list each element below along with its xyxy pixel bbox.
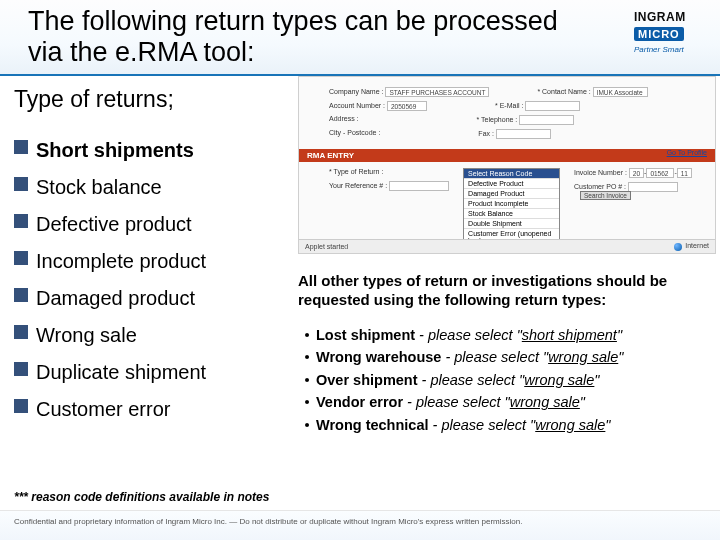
return-type-label: Duplicate shipment: [36, 358, 206, 386]
return-type-label: Incomplete product: [36, 247, 206, 275]
other-type-text: Vendor error - please select "wrong sale…: [316, 391, 585, 413]
return-types-list: Short shipmentsStock balanceDefective pr…: [14, 136, 284, 432]
other-type-text: Over shipment - please select "wrong sal…: [316, 369, 600, 391]
account-value: 2050569: [387, 101, 427, 111]
dropdown-selected: Select Reason Code: [464, 169, 559, 178]
other-types-list: •Lost shipment - please select "short sh…: [298, 324, 718, 436]
fax-label: Fax :: [478, 130, 494, 137]
bullet-dot-icon: •: [298, 346, 316, 368]
other-type-item: •Wrong warehouse - please select "wrong …: [298, 346, 718, 368]
bullet-dot-icon: •: [298, 324, 316, 346]
account-label: Account Number :: [329, 102, 385, 109]
brand-line2: MICRO: [634, 27, 684, 41]
tel-value: [519, 115, 574, 125]
invoice-seg1: 20: [629, 168, 644, 178]
company-value: STAFF PURCHASES ACCOUNT: [385, 87, 489, 97]
return-type-item: Duplicate shipment: [14, 358, 284, 386]
invoice-seg2: 01562: [646, 168, 674, 178]
your-ref-value: [389, 181, 449, 191]
bullet-dot-icon: •: [298, 414, 316, 436]
other-type-item: •Vendor error - please select "wrong sal…: [298, 391, 718, 413]
return-type-label: Defective product: [36, 210, 192, 238]
erma-tool-screenshot: Company Name : STAFF PURCHASES ACCOUNT *…: [298, 76, 716, 254]
return-type-item: Defective product: [14, 210, 284, 238]
custpo-value: [628, 182, 678, 192]
bullet-square-icon: [14, 288, 28, 302]
return-type-item: Incomplete product: [14, 247, 284, 275]
return-type-item: Customer error: [14, 395, 284, 423]
return-type-label: Stock balance: [36, 173, 162, 201]
contact-value: IMUK Associate: [593, 87, 648, 97]
email-label: * E-Mail :: [495, 102, 523, 109]
dropdown-option[interactable]: Double Shipment: [464, 218, 559, 228]
bullet-square-icon: [14, 251, 28, 265]
bullet-dot-icon: •: [298, 369, 316, 391]
brand-line1: INGRAM: [634, 10, 714, 24]
contact-label: * Contact Name :: [537, 88, 590, 95]
return-type-item: Short shipments: [14, 136, 284, 164]
slide-header: The following return types can be proces…: [0, 0, 720, 76]
return-type-item: Damaged product: [14, 284, 284, 312]
search-invoice-button[interactable]: Search Invoice: [580, 191, 631, 200]
invoice-label: Invoice Number :: [574, 169, 627, 176]
other-type-text: Lost shipment - please select "short shi…: [316, 324, 622, 346]
other-types-note: All other types of return or investigati…: [298, 272, 718, 310]
rma-entry-bar: RMA ENTRY: [299, 149, 715, 162]
tel-label: * Telephone :: [477, 116, 518, 123]
other-type-item: •Wrong technical - please select "wrong …: [298, 414, 718, 436]
bullet-square-icon: [14, 325, 28, 339]
city-label: City - Postcode :: [329, 129, 380, 136]
your-ref-label: Your Reference # :: [329, 182, 387, 189]
return-type-item: Wrong sale: [14, 321, 284, 349]
internet-icon: [674, 243, 682, 251]
status-right: Internet: [685, 242, 709, 249]
dropdown-option[interactable]: Product Incomplete: [464, 198, 559, 208]
slide-title: The following return types can be proces…: [28, 6, 588, 68]
go-to-profile-link[interactable]: Go To Profile: [667, 149, 707, 156]
return-type-label: Damaged product: [36, 284, 195, 312]
dropdown-option[interactable]: Defective Product: [464, 178, 559, 188]
type-of-return-label: * Type of Return :: [329, 168, 383, 175]
other-type-text: Wrong technical - please select "wrong s…: [316, 414, 611, 436]
email-value: [525, 101, 580, 111]
fax-value: [496, 129, 551, 139]
bullet-square-icon: [14, 177, 28, 191]
bullet-square-icon: [14, 140, 28, 154]
status-left: Applet started: [305, 243, 348, 250]
browser-status-bar: Applet started Internet: [299, 239, 715, 253]
other-type-text: Wrong warehouse - please select "wrong s…: [316, 346, 623, 368]
custpo-label: Customer PO # :: [574, 183, 626, 190]
company-label: Company Name :: [329, 88, 383, 95]
bullet-dot-icon: •: [298, 391, 316, 413]
bullet-square-icon: [14, 214, 28, 228]
bullet-square-icon: [14, 399, 28, 413]
return-type-label: Customer error: [36, 395, 170, 423]
return-type-label: Short shipments: [36, 136, 194, 164]
reason-code-footnote: *** reason code definitions available in…: [14, 490, 269, 504]
other-type-item: •Lost shipment - please select "short sh…: [298, 324, 718, 346]
brand-logo: INGRAM MICRO Partner Smart: [634, 10, 714, 54]
dropdown-option[interactable]: Damaged Product: [464, 188, 559, 198]
other-type-item: •Over shipment - please select "wrong sa…: [298, 369, 718, 391]
confidential-footer: Confidential and proprietary information…: [0, 510, 720, 540]
slide-body: Type of returns; Short shipmentsStock ba…: [0, 76, 720, 506]
return-type-label: Wrong sale: [36, 321, 137, 349]
bullet-square-icon: [14, 362, 28, 376]
invoice-seg3: 11: [677, 168, 692, 178]
brand-tagline: Partner Smart: [634, 45, 714, 54]
dropdown-option[interactable]: Stock Balance: [464, 208, 559, 218]
return-type-item: Stock balance: [14, 173, 284, 201]
address-label: Address :: [329, 115, 359, 122]
